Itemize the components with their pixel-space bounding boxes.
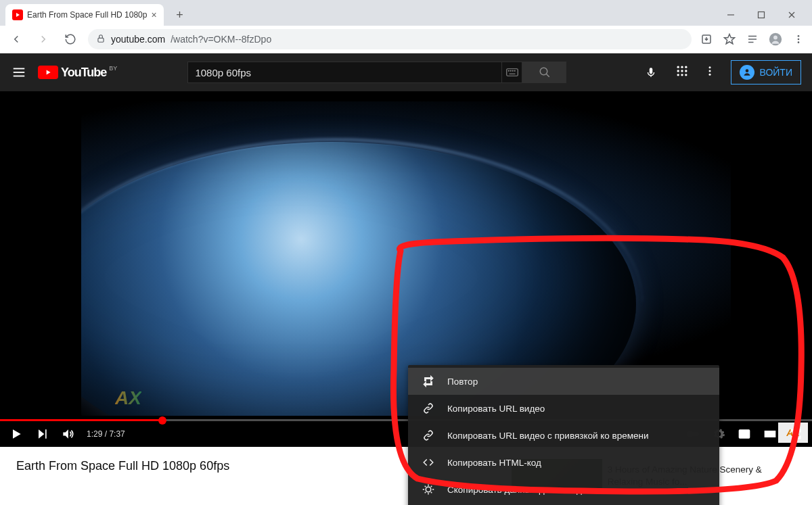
close-icon[interactable]: × [151, 9, 156, 20]
context-menu-label: Повтор [447, 377, 478, 387]
svg-point-14 [798, 41, 800, 43]
context-menu-label: Копировать HTML-код [447, 458, 541, 468]
youtube-favicon [12, 9, 23, 20]
context-menu-item[interactable]: Копировать HTML-код [408, 449, 719, 476]
svg-point-33 [677, 74, 679, 76]
maximize-button[interactable] [746, 5, 776, 25]
svg-point-45 [426, 487, 431, 492]
svg-rect-18 [507, 69, 518, 76]
avatar-icon [740, 65, 754, 80]
youtube-logo[interactable]: YouTube BY [38, 66, 117, 80]
svg-point-20 [510, 70, 511, 71]
window-controls [715, 5, 807, 25]
address-bar: youtube.com/watch?v=OKM--8fzDpo [0, 26, 812, 53]
svg-rect-4 [98, 38, 104, 42]
video-player-region: AX AX 1:29 / 7:37 ПовторКопировать URL в… [0, 91, 812, 447]
browser-chrome: Earth From Space Full HD 1080p × + youtu… [0, 0, 812, 53]
youtube-masthead: YouTube BY 1080p 60fps ВОЙТИ [0, 53, 812, 91]
volume-button[interactable] [61, 427, 74, 441]
url-field[interactable]: youtube.com/watch?v=OKM--8fzDpo [88, 29, 692, 49]
svg-rect-26 [649, 68, 652, 74]
next-button[interactable] [35, 427, 49, 441]
svg-point-13 [798, 39, 800, 41]
forward-button[interactable] [34, 30, 53, 49]
svg-point-35 [685, 74, 687, 76]
theater-button[interactable] [763, 427, 777, 441]
svg-point-31 [681, 70, 683, 72]
svg-point-30 [677, 70, 679, 72]
svg-rect-43 [744, 434, 748, 437]
tab-title: Earth From Space Full HD 1080p [27, 10, 147, 20]
back-button[interactable] [7, 30, 26, 49]
context-menu-label: Скопировать данные для отладки [447, 485, 591, 495]
time-display: 1:29 / 7:37 [87, 429, 125, 439]
apps-icon[interactable] [675, 64, 689, 80]
sign-in-label: ВОЙТИ [760, 67, 792, 78]
fullscreen-button[interactable] [789, 427, 803, 441]
svg-point-24 [540, 68, 547, 75]
voice-search-button[interactable] [637, 59, 664, 86]
link-icon [422, 402, 435, 415]
play-button[interactable] [9, 427, 23, 441]
svg-point-29 [685, 66, 687, 68]
svg-point-38 [708, 74, 710, 76]
svg-point-37 [708, 70, 710, 72]
browser-tab[interactable]: Earth From Space Full HD 1080p × [5, 4, 164, 26]
browser-menu-icon[interactable] [792, 32, 805, 46]
profile-icon[interactable] [769, 32, 782, 46]
context-menu-label: Копировать URL видео с привязкой ко врем… [447, 431, 649, 441]
country-code: BY [109, 65, 117, 72]
svg-marker-6 [725, 34, 735, 44]
svg-point-32 [685, 70, 687, 72]
svg-line-25 [546, 74, 549, 77]
tab-strip: Earth From Space Full HD 1080p × + [0, 0, 812, 26]
sign-in-button[interactable]: ВОЙТИ [731, 60, 801, 85]
search-input[interactable]: 1080p 60fps [187, 62, 502, 83]
svg-point-36 [708, 66, 710, 68]
video-title: Earth From Space Full HD 1080p 60fps [16, 459, 229, 473]
svg-point-28 [681, 66, 683, 68]
minimize-button[interactable] [715, 5, 746, 25]
miniplayer-button[interactable] [738, 427, 751, 441]
svg-point-21 [512, 70, 513, 71]
svg-point-19 [508, 70, 509, 71]
svg-point-39 [745, 69, 748, 72]
keyboard-icon[interactable] [502, 62, 522, 83]
svg-point-11 [773, 36, 777, 40]
channel-watermark-overlay: AX [115, 387, 141, 409]
context-menu-item[interactable]: Скопировать данные для отладки [408, 476, 719, 503]
svg-point-22 [514, 70, 515, 71]
install-icon[interactable] [700, 32, 713, 46]
reload-button[interactable] [61, 30, 80, 49]
svg-point-34 [681, 74, 683, 76]
youtube-play-icon [38, 66, 58, 79]
new-tab-button[interactable]: + [171, 5, 189, 24]
close-window-button[interactable] [776, 5, 807, 25]
context-menu-item[interactable]: Повтор [408, 368, 719, 395]
link-icon [422, 429, 435, 442]
search-box: 1080p 60fps [187, 62, 566, 83]
lock-icon [96, 34, 106, 45]
context-menu-item[interactable]: Копировать URL видео с привязкой ко врем… [408, 422, 719, 449]
settings-menu-icon[interactable] [704, 65, 716, 80]
url-domain: youtube.com [111, 34, 165, 45]
bug-icon [422, 483, 435, 496]
star-icon[interactable] [723, 32, 736, 46]
svg-rect-44 [765, 431, 775, 437]
reading-list-icon[interactable] [746, 32, 759, 46]
svg-point-12 [798, 35, 800, 37]
svg-rect-1 [758, 12, 764, 18]
context-menu-item[interactable]: Копировать URL видео [408, 395, 719, 422]
video-context-menu: ПовторКопировать URL видеоКопировать URL… [408, 365, 719, 505]
svg-point-27 [677, 66, 679, 68]
code-icon [422, 456, 435, 469]
search-button[interactable] [522, 62, 566, 83]
url-path: /watch?v=OKM--8fzDpo [171, 34, 271, 45]
menu-icon[interactable] [11, 64, 27, 80]
loop-icon [422, 375, 435, 388]
context-menu-label: Копировать URL видео [447, 404, 545, 414]
youtube-logo-text: YouTube [61, 66, 106, 80]
